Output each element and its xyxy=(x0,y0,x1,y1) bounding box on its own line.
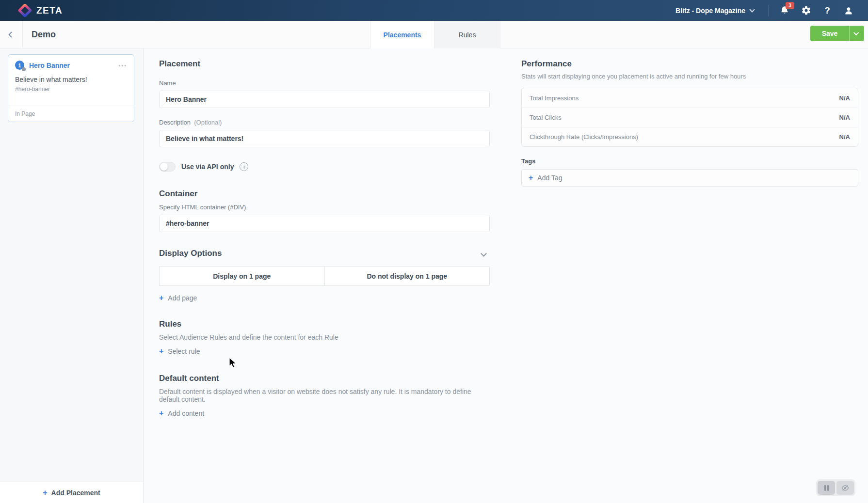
plus-icon: + xyxy=(159,409,163,417)
notification-badge: 3 xyxy=(786,2,794,9)
stat-value: N/A xyxy=(839,133,850,141)
pause-icon xyxy=(824,485,829,491)
logo-text: ZETA xyxy=(36,5,63,16)
api-only-toggle[interactable] xyxy=(159,162,176,172)
save-dropdown-button[interactable] xyxy=(849,26,864,41)
page-title: Demo xyxy=(32,30,56,40)
description-label: Description (Optional) xyxy=(159,119,490,126)
display-option-buttons: Display on 1 page Do not display on 1 pa… xyxy=(159,266,490,286)
stat-value: N/A xyxy=(839,94,850,102)
pause-button[interactable] xyxy=(818,481,835,495)
stat-row: Total Clicks N/A xyxy=(522,108,858,127)
stat-label: Total Clicks xyxy=(530,114,562,121)
stat-value: N/A xyxy=(839,114,850,121)
plus-icon: + xyxy=(159,294,163,302)
rules-section-heading: Rules xyxy=(159,319,490,329)
performance-heading: Performance xyxy=(521,59,858,69)
performance-subtext: Stats will start displaying once you pla… xyxy=(521,73,858,80)
notifications-button[interactable]: 3 xyxy=(774,0,795,21)
save-split-button: Save xyxy=(810,26,864,41)
tab-rules[interactable]: Rules xyxy=(434,21,500,48)
container-input[interactable] xyxy=(159,215,490,232)
account-name: Blitz - Dope Magazine xyxy=(675,7,745,15)
plus-icon: + xyxy=(159,347,163,355)
name-input[interactable] xyxy=(159,91,490,108)
info-icon[interactable]: i xyxy=(240,162,248,171)
stat-label: Total Impressions xyxy=(530,94,579,102)
placement-card-description: Believe in what matters! xyxy=(15,76,127,83)
eye-off-icon xyxy=(841,485,849,491)
placement-index-badge: 1 xyxy=(15,61,24,70)
container-field-label: Specify HTML container (#DIV) xyxy=(159,204,490,211)
help-button[interactable]: ? xyxy=(817,0,838,21)
back-button[interactable] xyxy=(0,21,23,48)
tab-bar: Placements Rules xyxy=(370,21,500,48)
user-menu-button[interactable] xyxy=(838,0,859,21)
placement-form: Placement Name Description (Optional) Us… xyxy=(159,48,490,417)
placement-card-type: In Page xyxy=(8,106,134,122)
account-selector[interactable]: Blitz - Dope Magazine xyxy=(667,7,764,15)
add-tag-button[interactable]: + Add Tag xyxy=(529,174,562,182)
chevron-down-icon xyxy=(749,9,755,13)
plus-icon: + xyxy=(529,174,533,182)
toggle-knob xyxy=(160,163,168,171)
add-placement-button[interactable]: + Add Placement xyxy=(0,482,143,503)
top-navbar: ZETA Blitz - Dope Magazine 3 ? xyxy=(0,0,868,21)
user-icon xyxy=(844,6,853,16)
performance-panel: Performance Stats will start displaying … xyxy=(521,48,858,187)
display-on-page-button[interactable]: Display on 1 page xyxy=(159,266,324,286)
select-rule-button[interactable]: + Select rule xyxy=(159,347,200,355)
default-content-subtext: Default content is displayed when a visi… xyxy=(159,388,490,403)
tab-placements[interactable]: Placements xyxy=(370,21,434,48)
display-options-heading: Display Options xyxy=(159,249,222,258)
collapse-chevron-icon[interactable] xyxy=(481,251,487,257)
hide-button[interactable] xyxy=(836,481,854,495)
card-overflow-menu[interactable]: ••• xyxy=(117,62,128,69)
status-dot xyxy=(22,67,26,71)
tags-container: + Add Tag xyxy=(521,169,858,187)
zeta-logo[interactable]: ZETA xyxy=(0,4,63,17)
placement-section-heading: Placement xyxy=(159,59,490,69)
tags-heading: Tags xyxy=(521,157,858,165)
placement-card-container: #hero-banner xyxy=(15,86,127,93)
chevron-left-icon xyxy=(8,31,15,38)
session-controls xyxy=(816,479,855,496)
navbar-divider xyxy=(769,5,769,16)
question-mark-icon: ? xyxy=(824,5,830,16)
placements-sidebar: 1 Hero Banner ••• Believe in what matter… xyxy=(0,48,144,503)
page-header: Demo Placements Rules Save xyxy=(0,21,868,48)
rules-subtext: Select Audience Rules and define the con… xyxy=(159,333,490,341)
stat-label: Clickthrough Rate (Clicks/Impressions) xyxy=(530,133,638,141)
description-input[interactable] xyxy=(159,130,490,147)
settings-button[interactable] xyxy=(795,0,817,21)
api-only-label: Use via API only xyxy=(181,163,234,171)
stat-row: Total Impressions N/A xyxy=(522,88,858,108)
add-content-button[interactable]: + Add content xyxy=(159,409,204,417)
add-page-button[interactable]: + Add page xyxy=(159,294,197,302)
placement-card[interactable]: 1 Hero Banner ••• Believe in what matter… xyxy=(8,54,134,122)
plus-icon: + xyxy=(43,489,47,497)
save-button[interactable]: Save xyxy=(810,26,849,41)
gear-icon xyxy=(801,5,811,16)
stat-row: Clickthrough Rate (Clicks/Impressions) N… xyxy=(522,127,858,146)
optional-hint: (Optional) xyxy=(194,119,222,126)
container-section-heading: Container xyxy=(159,189,490,199)
name-label: Name xyxy=(159,79,490,87)
do-not-display-button[interactable]: Do not display on 1 page xyxy=(324,266,490,286)
placement-card-title: Hero Banner xyxy=(29,62,70,69)
default-content-heading: Default content xyxy=(159,374,490,383)
chevron-down-icon xyxy=(853,30,859,35)
zeta-diamond-icon xyxy=(18,4,32,17)
performance-stats-card: Total Impressions N/A Total Clicks N/A C… xyxy=(521,88,858,147)
